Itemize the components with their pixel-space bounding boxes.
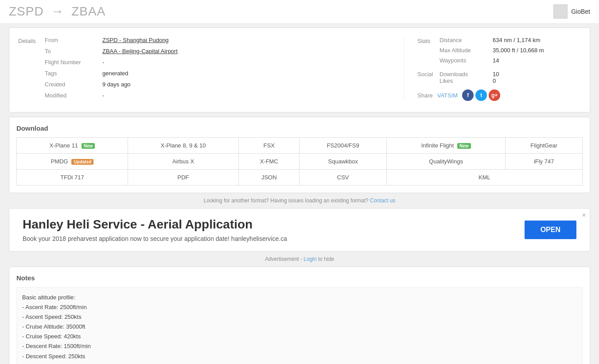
detail-key-tags: Tags: [45, 70, 102, 77]
contact-us-link[interactable]: Contact us: [370, 197, 395, 204]
download-cell-squawkbox[interactable]: Squawkbox: [300, 154, 386, 170]
badge-updated-pmdg: Updated: [71, 159, 93, 165]
download-cell-xplane11[interactable]: X-Plane 11 New: [17, 138, 128, 154]
detail-key-from: From: [45, 37, 102, 43]
download-cell-fs2004[interactable]: FS2004/FS9: [300, 138, 386, 154]
googleplus-icon[interactable]: g+: [489, 89, 500, 101]
stat-row-maxalt: Max Altitude 35,000 ft / 10,668 m: [440, 47, 544, 54]
download-cell-json[interactable]: JSON: [239, 170, 300, 186]
stat-row-downloads: Downloads 10: [440, 71, 499, 77]
ad-headline: Hanley Heli Service - Aerial Application: [23, 217, 287, 232]
stat-row-likes: Likes 0: [440, 77, 499, 84]
detail-key-created: Created: [45, 81, 102, 88]
download-cell-infflight[interactable]: Infinite Flight New: [386, 138, 505, 154]
ad-open-button[interactable]: OPEN: [525, 221, 576, 239]
badge-new-infflight: New: [457, 143, 471, 149]
user-area: GioBet: [553, 4, 590, 19]
detail-key-modified: Modified: [45, 92, 102, 99]
ad-body: Book your 2018 preharvest application no…: [23, 235, 287, 242]
ad-footer-suffix: to hide: [318, 256, 334, 262]
download-row-1: X-Plane 11 New X-Plane 8, 9 & 10 FSX FS2…: [17, 138, 583, 154]
notes-content: Basic altitude profile: - Ascent Rate: 2…: [16, 287, 583, 364]
download-cell-flightgear[interactable]: FlightGear: [506, 138, 583, 154]
ad-card: ✕ Hanley Heli Service - Aerial Applicati…: [9, 208, 590, 252]
download-cell-kml[interactable]: KML: [386, 170, 582, 186]
vatsim-link[interactable]: VATSIM: [437, 92, 458, 99]
download-cell-csv[interactable]: CSV: [300, 170, 386, 186]
ad-footer-text: Advertisement -: [265, 256, 303, 262]
detail-val-created: 9 days ago: [102, 81, 131, 88]
download-table: X-Plane 11 New X-Plane 8, 9 & 10 FSX FS2…: [16, 137, 583, 186]
stat-val-distance: 634 nm / 1,174 km: [493, 37, 541, 43]
detail-val-from[interactable]: ZSPD - Shanghai Pudong: [102, 37, 169, 43]
notes-card: Notes Basic altitude profile: - Ascent R…: [9, 267, 590, 364]
detail-row-tags: Tags generated: [45, 70, 178, 77]
page-title: ZSPD → ZBAA: [9, 4, 105, 19]
stat-val-waypoints: 14: [493, 57, 499, 64]
stat-val-downloads: 10: [493, 71, 499, 77]
stat-key-likes: Likes: [440, 77, 493, 84]
details-left: Details From ZSPD - Shanghai Pudong To Z…: [18, 37, 404, 103]
stat-val-maxalt: 35,000 ft / 10,668 m: [493, 47, 544, 54]
details-right: Stats Distance 634 nm / 1,174 km Max Alt…: [404, 37, 581, 101]
ad-text-block: Hanley Heli Service - Aerial Application…: [23, 217, 287, 242]
title-from: ZSPD: [9, 4, 44, 18]
ad-footer: Advertisement - Login to hide: [9, 256, 590, 262]
notes-section-title: Notes: [16, 274, 583, 282]
share-label: Share: [417, 92, 433, 99]
download-cell-fsx[interactable]: FSX: [239, 138, 300, 154]
stats-block: Distance 634 nm / 1,174 km Max Altitude …: [440, 37, 544, 64]
ad-login-link[interactable]: Login: [303, 256, 316, 262]
detail-row-to: To ZBAA - Beijing-Capital Airport: [45, 48, 178, 54]
stat-row-waypoints: Waypoints 14: [440, 57, 544, 64]
avatar: [553, 4, 568, 19]
stat-key-waypoints: Waypoints: [440, 57, 493, 64]
title-to: ZBAA: [71, 4, 105, 18]
user-name: GioBet: [571, 8, 590, 15]
stats-section-label: Stats: [417, 37, 440, 44]
social-stats-block: Social Downloads 10 Likes 0: [440, 67, 499, 86]
detail-row-modified: Modified -: [45, 92, 178, 99]
download-cell-ifly747[interactable]: iFly 747: [506, 154, 583, 170]
detail-val-modified: -: [102, 92, 104, 99]
details-card: Details From ZSPD - Shanghai Pudong To Z…: [9, 27, 590, 112]
detail-val-to[interactable]: ZBAA - Beijing-Capital Airport: [102, 48, 178, 54]
download-row-3: TFDi 717 PDF JSON CSV KML: [17, 170, 583, 186]
top-bar: ZSPD → ZBAA GioBet: [0, 0, 599, 23]
social-label-area: Social Downloads 10 Likes 0: [440, 71, 499, 84]
format-note-text: Looking for another format? Having issue…: [204, 197, 369, 204]
stat-key-downloads: Downloads: [440, 71, 493, 77]
format-note: Looking for another format? Having issue…: [9, 197, 590, 204]
title-arrow: →: [51, 4, 64, 18]
social-icons: f t g+: [462, 89, 500, 101]
download-section-title: Download: [16, 124, 583, 132]
details-fields: From ZSPD - Shanghai Pudong To ZBAA - Be…: [45, 37, 178, 103]
badge-new-xplane11: New: [82, 143, 95, 149]
details-section-label: Details: [18, 37, 45, 44]
details-main: Details From ZSPD - Shanghai Pudong To Z…: [18, 37, 581, 103]
download-row-2: PMDG Updated Airbus X X-FMC Squawkbox Qu…: [17, 154, 583, 170]
facebook-icon[interactable]: f: [462, 89, 474, 101]
detail-key-flightnumber: Flight Number: [45, 59, 102, 66]
detail-key-to: To: [45, 48, 102, 54]
download-cell-xfmc[interactable]: X-FMC: [239, 154, 300, 170]
share-row: Share VATSIM f t g+: [417, 89, 581, 101]
stat-key-maxalt: Max Altitude: [440, 47, 493, 54]
ad-close-icon[interactable]: ✕: [582, 212, 586, 218]
stat-key-distance: Distance: [440, 37, 493, 43]
detail-val-tags[interactable]: generated: [102, 70, 128, 77]
download-cell-tfdi717[interactable]: TFDi 717: [17, 170, 128, 186]
download-cell-xplane8910[interactable]: X-Plane 8, 9 & 10: [128, 138, 239, 154]
twitter-icon[interactable]: t: [475, 89, 487, 101]
download-cell-qualitywings[interactable]: QualityWings: [386, 154, 505, 170]
download-cell-airbusx[interactable]: Airbus X: [128, 154, 239, 170]
stat-row-distance: Distance 634 nm / 1,174 km: [440, 37, 544, 43]
download-cell-pdf[interactable]: PDF: [128, 170, 239, 186]
detail-row-flightnumber: Flight Number -: [45, 59, 178, 66]
detail-val-flightnumber: -: [102, 59, 104, 66]
download-cell-pmdg[interactable]: PMDG Updated: [17, 154, 128, 170]
download-card: Download X-Plane 11 New X-Plane 8, 9 & 1…: [9, 117, 590, 193]
stat-val-likes: 0: [493, 77, 496, 84]
detail-row-from: From ZSPD - Shanghai Pudong: [45, 37, 178, 43]
detail-row-created: Created 9 days ago: [45, 81, 178, 88]
